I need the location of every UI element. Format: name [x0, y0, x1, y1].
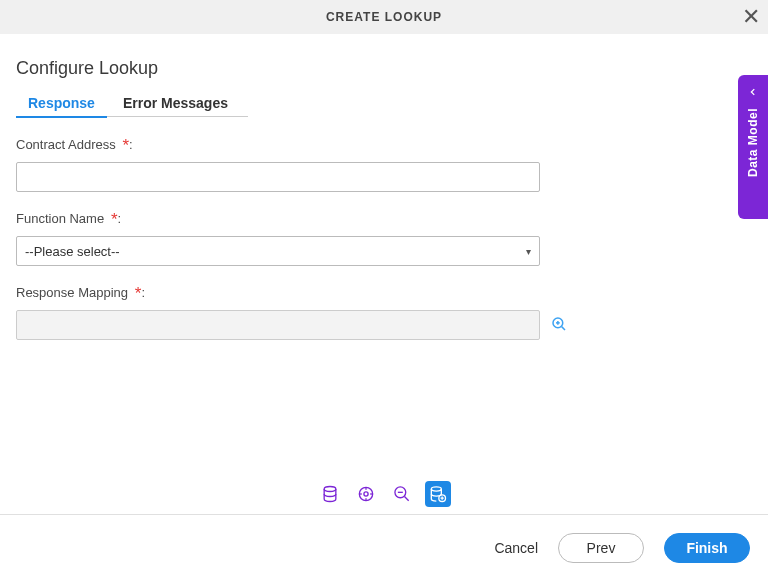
footer: Cancel Prev Finish [0, 523, 768, 573]
step-configure-icon[interactable] [353, 481, 379, 507]
prev-button[interactable]: Prev [558, 533, 644, 563]
side-tab-label: Data Model [746, 108, 760, 177]
field-contract-address: Contract Address *: [16, 136, 740, 192]
tabs: Response Error Messages [28, 91, 740, 118]
mapping-lookup-icon[interactable] [550, 315, 568, 336]
contract-address-label-text: Contract Address [16, 137, 116, 152]
section-heading: Configure Lookup [16, 58, 740, 79]
function-name-select[interactable]: --Please select-- ▾ [16, 236, 540, 266]
step-request-icon[interactable] [389, 481, 415, 507]
colon: : [129, 137, 133, 152]
cancel-button[interactable]: Cancel [494, 540, 538, 556]
response-mapping-input[interactable] [16, 310, 540, 340]
svg-point-4 [324, 486, 336, 491]
svg-point-14 [431, 486, 441, 490]
svg-line-12 [405, 496, 409, 500]
response-mapping-row [16, 310, 740, 340]
function-name-selected-value: --Please select-- [25, 244, 120, 259]
side-tab-data-model[interactable]: Data Model [738, 75, 768, 219]
tab-response[interactable]: Response [28, 91, 95, 117]
chevron-down-icon: ▾ [526, 246, 531, 257]
contract-address-label: Contract Address *: [16, 136, 740, 156]
contract-address-input[interactable] [16, 162, 540, 192]
response-mapping-label: Response Mapping *: [16, 284, 740, 304]
svg-point-6 [364, 491, 368, 495]
required-star-icon: * [118, 136, 129, 155]
required-star-icon: * [130, 284, 141, 303]
svg-line-1 [562, 326, 565, 329]
finish-button[interactable]: Finish [664, 533, 750, 563]
modal-title: CREATE LOOKUP [326, 10, 442, 24]
step-datasource-icon[interactable] [317, 481, 343, 507]
tab-error-messages-label: Error Messages [123, 95, 228, 111]
function-name-label: Function Name *: [16, 210, 740, 230]
step-response-icon[interactable] [425, 481, 451, 507]
function-name-label-text: Function Name [16, 211, 104, 226]
required-star-icon: * [106, 210, 117, 229]
config-section: Configure Lookup Response Error Messages… [0, 34, 768, 340]
colon: : [118, 211, 122, 226]
field-function-name: Function Name *: --Please select-- ▾ [16, 210, 740, 266]
field-response-mapping: Response Mapping *: [16, 284, 740, 340]
chevron-left-icon [748, 85, 758, 100]
colon: : [141, 285, 145, 300]
response-mapping-label-text: Response Mapping [16, 285, 128, 300]
close-icon[interactable]: ✕ [742, 6, 760, 28]
modal-header: CREATE LOOKUP ✕ [0, 0, 768, 34]
stepper-row [0, 481, 768, 515]
tab-response-label: Response [28, 95, 95, 111]
tab-error-messages[interactable]: Error Messages [123, 91, 228, 117]
